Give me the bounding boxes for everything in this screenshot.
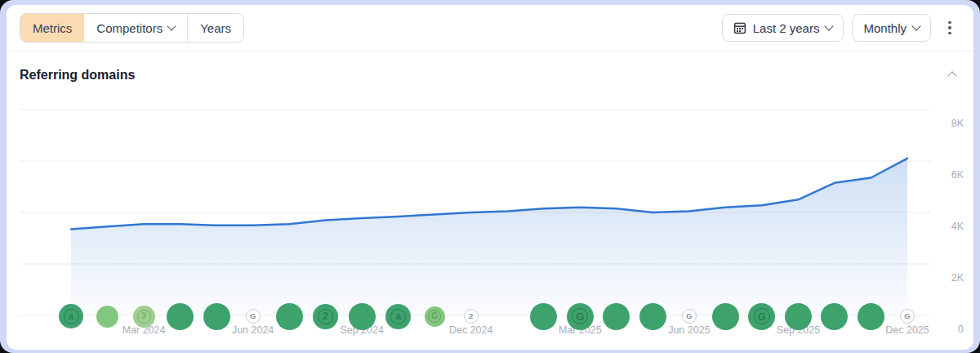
page-background: Metrics Competitors Years	[0, 0, 980, 353]
date-range-label: Last 2 years	[753, 21, 820, 35]
event-marker-glyph: 3	[137, 310, 151, 324]
event-marker-glyph: G	[904, 312, 910, 320]
chevron-up-icon	[947, 71, 956, 80]
event-marker[interactable]	[203, 303, 230, 330]
chevron-down-icon	[825, 21, 834, 30]
event-marker[interactable]	[603, 303, 630, 330]
event-marker[interactable]: 2	[313, 304, 338, 329]
chevron-down-icon	[911, 21, 920, 30]
event-marker[interactable]	[530, 303, 557, 330]
event-marker[interactable]	[167, 303, 194, 330]
event-marker[interactable]	[96, 306, 118, 328]
event-marker[interactable]: G	[900, 309, 915, 324]
event-marker-glyph: G	[572, 308, 588, 324]
event-marker[interactable]	[276, 303, 303, 330]
event-marker-glyph: G	[428, 310, 441, 323]
chevron-down-icon	[167, 21, 176, 30]
toolbar: Metrics Competitors Years	[7, 5, 973, 51]
toolbar-divider	[7, 51, 973, 51]
granularity-button[interactable]: Monthly	[852, 14, 931, 42]
metrics-panel: Metrics Competitors Years	[7, 5, 973, 350]
event-marker[interactable]	[712, 303, 739, 330]
toolbar-right: Last 2 years Monthly	[722, 14, 960, 42]
event-marker[interactable]: a	[59, 304, 83, 328]
event-marker[interactable]	[821, 303, 848, 330]
event-marker[interactable]: G	[682, 309, 697, 324]
calendar-icon	[733, 21, 746, 34]
event-marker[interactable]	[639, 303, 666, 330]
event-marker-glyph: G	[686, 312, 692, 320]
more-menu-button[interactable]	[939, 14, 960, 42]
tab-metrics[interactable]: Metrics	[20, 14, 84, 42]
event-marker-glyph: a	[390, 309, 406, 324]
event-marker-glyph: G	[250, 312, 256, 320]
kebab-menu-icon	[948, 21, 951, 25]
event-marker-glyph: a	[64, 309, 79, 324]
event-marker-glyph: G	[754, 308, 770, 324]
event-marker[interactable]: G	[246, 309, 261, 324]
panel-header: Referring domains	[20, 62, 960, 88]
tab-competitors[interactable]: Competitors	[84, 14, 187, 42]
view-tab-group: Metrics Competitors Years	[20, 13, 244, 42]
event-marker[interactable]: 2	[464, 309, 479, 324]
event-marker[interactable]: G	[425, 306, 445, 327]
panel-title: Referring domains	[20, 68, 135, 83]
tab-years-label: Years	[200, 21, 231, 35]
collapse-button[interactable]	[944, 66, 960, 85]
event-marker[interactable]	[785, 303, 812, 330]
event-marker[interactable]	[858, 303, 884, 330]
event-marker[interactable]: G	[748, 303, 775, 330]
tab-competitors-label: Competitors	[96, 21, 163, 35]
date-range-button[interactable]: Last 2 years	[722, 14, 844, 42]
event-marker[interactable]: 3	[133, 306, 155, 328]
event-marker[interactable]	[349, 303, 376, 330]
event-marker-glyph: 2	[469, 312, 473, 320]
granularity-label: Monthly	[863, 21, 906, 35]
event-marker-glyph: 2	[318, 309, 333, 324]
tab-metrics-label: Metrics	[33, 21, 72, 35]
event-marker[interactable]: a	[385, 304, 411, 329]
tab-years[interactable]: Years	[187, 14, 243, 42]
event-marker[interactable]: G	[567, 303, 594, 330]
